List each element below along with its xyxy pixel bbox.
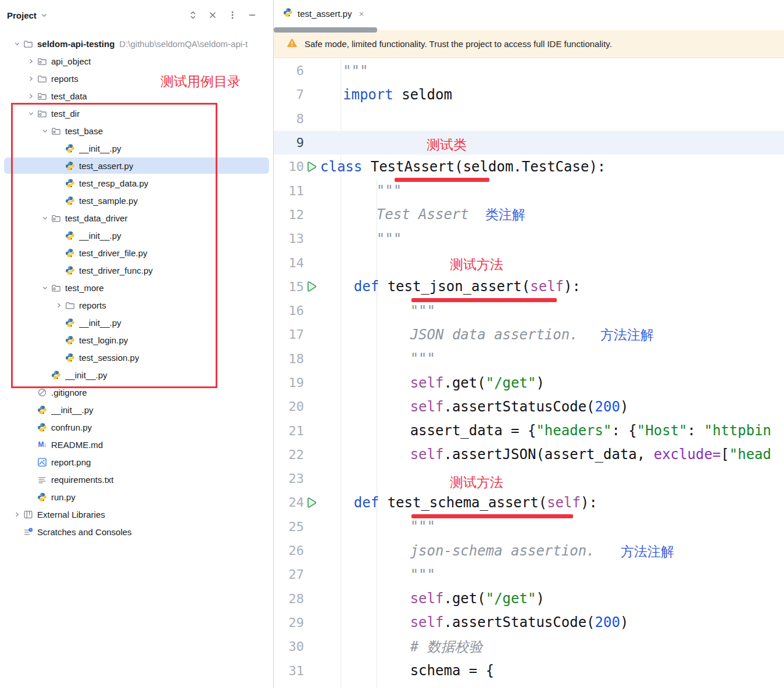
pkg-icon — [51, 126, 61, 136]
more-options-icon[interactable] — [227, 9, 238, 21]
py-icon — [65, 318, 75, 328]
code-line-19[interactable]: 19self.get("/get") — [274, 371, 784, 395]
tree-item-seldom-api-testing[interactable]: seldom-api-testingD:\github\seldomQA\sel… — [0, 35, 273, 52]
tree-item-test-login-py[interactable]: test_login.py — [0, 331, 273, 349]
code-line-11[interactable]: 11""" — [274, 178, 784, 202]
code-segment-num: 200 — [595, 399, 620, 415]
chevron-spacer — [24, 421, 37, 433]
tree-item--init-py[interactable]: __init__.py — [0, 314, 273, 331]
chevron-right-icon[interactable] — [10, 508, 23, 521]
run-test-icon[interactable] — [304, 160, 318, 174]
chevron-right-icon[interactable] — [24, 72, 37, 85]
tree-item-reports[interactable]: reports — [0, 70, 273, 87]
chevron-down-icon[interactable] — [10, 37, 23, 50]
code-text: JSON data assertion. — [341, 327, 578, 343]
code-line-21[interactable]: 21assert_data = {"headers": {"Host": "ht… — [274, 418, 784, 442]
run-test-icon[interactable] — [304, 280, 318, 293]
tree-item-test-data[interactable]: test_data — [0, 87, 273, 105]
code-line-23[interactable]: 23 — [274, 467, 784, 490]
chevron-down-icon[interactable] — [24, 107, 37, 120]
run-test-icon[interactable] — [304, 496, 318, 510]
code-line-8[interactable]: 8 — [274, 107, 784, 131]
chevron-right-icon[interactable] — [24, 89, 37, 102]
code-line-13[interactable]: 13""" — [274, 227, 784, 250]
tree-item--gitignore[interactable]: .gitignore — [0, 384, 273, 401]
code-segment-str: "Host" — [637, 422, 688, 439]
tree-item-test-sample-py[interactable]: test_sample.py — [0, 192, 273, 209]
code-segment-txt: .get( — [443, 590, 485, 607]
tree-item-readme-md[interactable]: M↓README.md — [0, 436, 273, 453]
tree-item--init-py[interactable]: __init__.py — [0, 227, 273, 244]
code-segment-self: self — [410, 590, 444, 607]
tree-item-scratches-and-consoles[interactable]: Scratches and Consoles — [0, 523, 273, 540]
chevron-right-icon[interactable] — [24, 55, 37, 67]
tree-item-external-libraries[interactable]: External Libraries — [0, 506, 273, 523]
code-line-10[interactable]: 10class TestAssert(seldom.TestCase): — [274, 155, 784, 178]
code-line-18[interactable]: 18""" — [274, 347, 784, 371]
tree-item-test-assert-py[interactable]: test_assert.py — [0, 157, 273, 174]
tree-item-confrun-py[interactable]: confrun.py — [0, 418, 273, 436]
tree-item-test-driver-func-py[interactable]: test_driver_func.py — [0, 261, 273, 279]
gutter-slot — [304, 107, 341, 131]
code-line-14[interactable]: 14 — [274, 250, 784, 274]
tree-item-test-driver-file-py[interactable]: test_driver_file.py — [0, 244, 273, 261]
hide-panel-icon[interactable] — [246, 9, 258, 21]
tree-item--init-py[interactable]: __init__.py — [0, 401, 273, 418]
code-line-25[interactable]: 25""" — [274, 515, 784, 539]
chevron-down-icon[interactable] — [40, 11, 48, 19]
py-icon — [65, 266, 75, 275]
code-editor[interactable]: 6"""7import seldom8910class TestAssert(s… — [274, 59, 784, 688]
code-line-7[interactable]: 7import seldom — [274, 83, 784, 106]
line-number: 28 — [274, 592, 304, 606]
chevron-right-icon[interactable] — [52, 299, 65, 311]
tree-item-report-png[interactable]: report.png — [0, 453, 273, 471]
code-line-16[interactable]: 16""" — [274, 299, 784, 322]
code-line-28[interactable]: 28self.get("/get") — [274, 587, 784, 611]
code-line-6[interactable]: 6""" — [274, 59, 784, 83]
warning-icon — [287, 38, 298, 50]
code-line-22[interactable]: 22self.assertJSON(assert_data, exclude=[… — [274, 443, 784, 467]
tree-item--init-py[interactable]: __init__.py — [0, 139, 273, 157]
tree-item--init-py[interactable]: __init__.py — [0, 366, 273, 384]
code-text: assert_data = {"headers": {"Host": "http… — [341, 422, 771, 439]
line-number: 17 — [274, 327, 304, 342]
chevron-down-icon[interactable] — [38, 124, 51, 137]
tabbar-scrollbar-thumb[interactable] — [274, 27, 377, 33]
tree-item-test-resp-data-py[interactable]: test_resp_data.py — [0, 174, 273, 192]
tree-item-test-more[interactable]: test_more — [0, 279, 273, 296]
py-icon — [65, 335, 75, 345]
code-line-12[interactable]: 12Test Assert — [274, 203, 784, 227]
collapse-all-icon[interactable] — [207, 9, 219, 21]
tree-item-api-object[interactable]: api_object — [0, 52, 273, 70]
tree-item-test-base[interactable]: test_base — [0, 122, 273, 139]
tree-item-run-py[interactable]: run.py — [0, 488, 273, 506]
tree-item-label: reports — [51, 74, 78, 84]
gutter-slot — [304, 322, 341, 346]
chevron-down-icon[interactable] — [38, 281, 51, 294]
code-line-26[interactable]: 26json-schema assertion. — [274, 539, 784, 562]
tree-item-requirements-txt[interactable]: requirements.txt — [0, 471, 273, 488]
code-line-30[interactable]: 30# 数据校验 — [274, 635, 784, 658]
tree-item-reports[interactable]: reports — [0, 296, 273, 314]
project-panel-toolbar — [187, 9, 267, 21]
chevron-down-icon[interactable] — [38, 212, 51, 224]
code-line-27[interactable]: 27""" — [274, 562, 784, 586]
tab-test-assert-py[interactable]: test_assert.py × — [274, 0, 372, 27]
safe-mode-banner: Safe mode, limited functionality. Trust … — [274, 30, 784, 58]
tree-item-test-data-driver[interactable]: test_data_driver — [0, 209, 273, 227]
project-panel-title[interactable]: Project — [7, 10, 37, 20]
tree-item-test-session-py[interactable]: test_session.py — [0, 349, 273, 366]
code-line-20[interactable]: 20self.assertStatusCode(200) — [274, 395, 784, 418]
code-line-9[interactable]: 9 — [274, 131, 784, 155]
code-line-29[interactable]: 29self.assertStatusCode(200) — [274, 611, 784, 635]
close-icon[interactable]: × — [356, 8, 366, 20]
expand-selector-icon[interactable] — [187, 9, 199, 21]
line-number: 7 — [274, 87, 304, 102]
code-line-15[interactable]: 15def test_json_assert(self): — [274, 275, 784, 299]
tree-item-test-dir[interactable]: test_dir — [0, 105, 273, 122]
pkg-icon — [51, 213, 61, 223]
code-line-31[interactable]: 31schema = { — [274, 658, 784, 682]
code-segment-self: self — [410, 399, 444, 415]
code-line-24[interactable]: 24def test_schema_assert(self): — [274, 490, 784, 514]
code-line-17[interactable]: 17JSON data assertion. — [274, 322, 784, 346]
